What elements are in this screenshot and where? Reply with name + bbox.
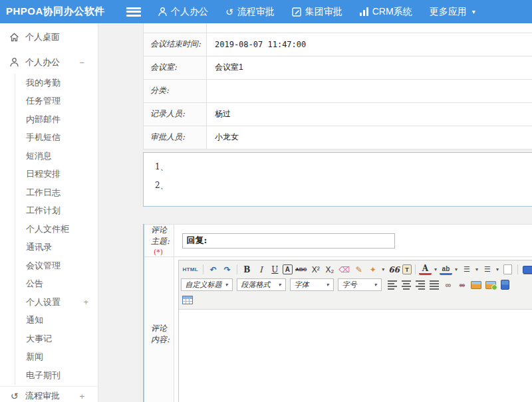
editor-content-area[interactable] (179, 310, 532, 402)
nav-label: 个人办公 (171, 6, 208, 18)
html-source-button[interactable]: HTML (181, 263, 199, 276)
field-value-recorder: 杨过 (207, 102, 532, 126)
sidebar-item-work-log[interactable]: 工作日志 (26, 183, 98, 202)
font-color-button[interactable]: A (419, 264, 432, 275)
sidebar-group-workflow-approval[interactable]: ↺ 流程审批 + (0, 386, 98, 402)
sidebar-item-major-events[interactable]: 大事记 (26, 330, 98, 348)
table-row-partial (144, 23, 532, 33)
quick-format-icon[interactable]: ✦ (366, 263, 379, 276)
sidebar-group-label: 个人办公 (25, 56, 60, 68)
undo-icon[interactable]: ↶ (207, 263, 219, 276)
nav-group-approval[interactable]: 集团审批 (292, 6, 342, 18)
field-label-meeting-end-time: 会议结束时间: (144, 33, 207, 56)
caret-down-icon: ▾ (374, 282, 379, 288)
toolbar-separator (415, 264, 416, 274)
sidebar-item-meeting-management[interactable]: 会议管理 (26, 256, 98, 275)
sidebar-item-short-message[interactable]: 短消息 (26, 147, 98, 165)
field-label-category: 分类: (144, 79, 207, 102)
required-mark: (*) (154, 248, 163, 256)
insert-media-icon[interactable] (499, 278, 511, 291)
content-line: 2、 (155, 180, 532, 199)
align-left-button[interactable] (386, 278, 398, 291)
sidebar-item-label: 手机短信 (26, 132, 61, 144)
nav-personal-office[interactable]: 个人办公 (158, 6, 208, 18)
align-justify-button[interactable] (428, 278, 440, 291)
toolbar-row-2: 自定义标题 ▾ 段落格式 ▾ 字体 ▾ (181, 277, 532, 292)
sidebar-item-label: 新闻 (26, 351, 43, 363)
caret-down-icon[interactable]: ▾ (433, 263, 438, 276)
sidebar-item-schedule[interactable]: 日程安排 (26, 165, 98, 184)
expand-icon[interactable]: + (79, 391, 84, 401)
nav-workflow-approval[interactable]: ↺ 流程审批 (225, 6, 275, 18)
new-page-icon[interactable] (501, 263, 514, 276)
caret-down-icon[interactable]: ▾ (495, 263, 500, 276)
sidebar-item-task-management[interactable]: 任务管理 (26, 92, 98, 111)
sidebar-item-contacts[interactable]: 通讯录 (26, 239, 98, 257)
field-label-meeting-room: 会议室: (144, 56, 207, 79)
caret-down-icon: ▾ (326, 282, 331, 288)
sidebar-item-work-plan[interactable]: 工作计划 (26, 202, 98, 221)
sidebar-item-label: 通讯录 (26, 241, 52, 253)
remove-format-icon[interactable]: ⌫ (337, 263, 351, 276)
superscript-button[interactable]: X² (309, 263, 322, 276)
caret-down-icon: ▾ (278, 282, 283, 288)
insert-link-icon[interactable]: ∞ (442, 278, 454, 291)
ordered-list-button[interactable]: ☰ (460, 263, 473, 276)
heading-dropdown[interactable]: 自定义标题 ▾ (181, 278, 233, 291)
align-right-button[interactable] (414, 278, 426, 291)
caret-down-icon[interactable]: ▾ (454, 263, 459, 276)
meeting-detail-table: 会议结束时间: 2019-08-07 11:47:00 会议室: 会议室1 分类… (143, 23, 532, 150)
subscript-button[interactable]: X₂ (323, 263, 336, 276)
remove-link-icon[interactable]: ∞ (456, 278, 468, 291)
insert-image-icon[interactable] (469, 278, 483, 291)
sidebar-item-internal-mail[interactable]: 内部邮件 (26, 110, 98, 129)
align-center-button[interactable] (400, 278, 412, 291)
paragraph-format-dropdown[interactable]: 段落格式 ▾ (237, 278, 286, 291)
sidebar-item-announcement[interactable]: 公告 (26, 275, 98, 294)
comment-subject-input[interactable] (182, 233, 395, 249)
nav-more-apps[interactable]: 更多应用 ▾ (430, 6, 475, 18)
edit-icon (292, 7, 301, 17)
sidebar-item-mobile-sms[interactable]: 手机短信 (26, 129, 98, 148)
font-style-button[interactable]: A (283, 264, 293, 274)
field-value-approver: 小龙女 (207, 126, 532, 149)
sidebar-item-label: 短消息 (26, 150, 52, 162)
hamburger-menu-icon[interactable] (126, 7, 141, 17)
sidebar-item-personal-desktop[interactable]: 个人桌面 (0, 23, 98, 51)
field-value-category (207, 79, 532, 102)
sidebar-item-my-attendance[interactable]: 我的考勤 (26, 74, 98, 92)
collapse-icon[interactable]: − (79, 58, 84, 68)
table-row: 评论内容: HTML ↶ ↷ B I (144, 257, 532, 402)
toolbar-separator (517, 264, 518, 274)
upload-image-icon[interactable] (484, 278, 497, 291)
format-painter-icon[interactable]: ✎ (352, 263, 365, 276)
sidebar-item-personal-settings[interactable]: 个人设置 + (26, 293, 98, 312)
italic-button[interactable]: I (255, 263, 267, 276)
fullscreen-icon[interactable] (521, 263, 532, 276)
sidebar-item-personal-files[interactable]: 个人文件柜 (26, 220, 98, 239)
nav-crm-system[interactable]: CRM系统 (360, 6, 412, 18)
top-bar: PHPOA协同办公软件 个人办公 ↺ 流程审批 集团审批 CRM系统 (0, 0, 532, 23)
table-row: 审批人员: 小龙女 (144, 126, 532, 149)
sidebar-item-label: 工作日志 (26, 187, 61, 199)
table-row: 分类: (144, 79, 532, 102)
field-label-recorder: 记录人员: (144, 102, 207, 126)
insert-table-icon[interactable] (181, 294, 194, 306)
font-size-dropdown[interactable]: 字号 ▾ (338, 278, 382, 291)
sidebar-item-news[interactable]: 新闻 (26, 348, 98, 367)
paste-as-text-icon[interactable]: T (402, 264, 412, 274)
blockquote-button[interactable]: 66 (387, 263, 401, 276)
expand-icon[interactable]: + (83, 297, 88, 307)
highlight-color-button[interactable]: ab (440, 264, 452, 275)
redo-icon[interactable]: ↷ (221, 263, 233, 276)
bold-button[interactable]: B (241, 263, 253, 276)
strikethrough-button[interactable]: ABC (294, 263, 308, 276)
sidebar-item-notice[interactable]: 通知 (26, 312, 98, 330)
caret-down-icon[interactable]: ▾ (380, 263, 386, 276)
caret-down-icon[interactable]: ▾ (474, 263, 479, 276)
unordered-list-button[interactable]: ☰ (481, 263, 493, 276)
sidebar-item-e-journal[interactable]: 电子期刊 (26, 366, 98, 385)
font-family-dropdown[interactable]: 字体 ▾ (290, 278, 334, 291)
sidebar-group-personal-office[interactable]: 个人办公 − (0, 51, 98, 74)
underline-button[interactable]: U (269, 263, 281, 276)
